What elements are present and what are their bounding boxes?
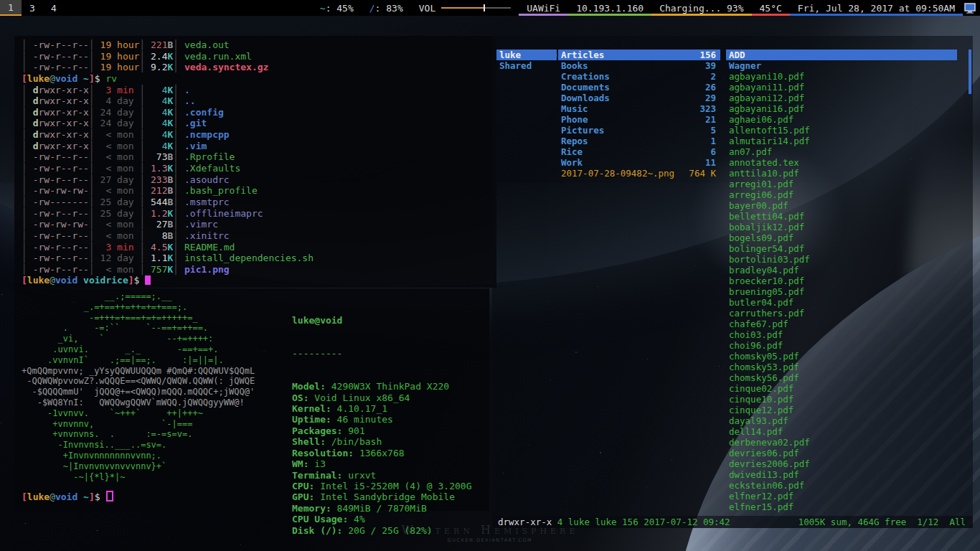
file-size: 4 bbox=[145, 107, 167, 118]
file-entry-chomsky53-pdf[interactable]: chomsky53.pdf bbox=[726, 362, 957, 372]
dir-entry-repos[interactable]: Repos1 bbox=[558, 136, 720, 146]
file-entry-bayer00-pdf[interactable]: bayer00.pdf bbox=[726, 200, 957, 211]
file-entry-agbayani11-pdf[interactable]: agbayani11.pdf bbox=[726, 82, 957, 93]
file-entry-choi96-pdf[interactable]: choi96.pdf bbox=[726, 340, 957, 351]
file-entry-chomsky05-pdf[interactable]: chomsky05.pdf bbox=[726, 351, 957, 362]
file-entry-allentoft15-pdf[interactable]: allentoft15.pdf bbox=[726, 125, 957, 136]
wifi-module[interactable]: UAWiFi bbox=[519, 0, 568, 16]
file-entry-arregi06-pdf[interactable]: arregi06.pdf bbox=[726, 189, 957, 200]
workspace-4[interactable]: 4 bbox=[43, 0, 65, 16]
entry-name: Rice bbox=[561, 146, 583, 157]
file-entry-agbayani10-pdf[interactable]: agbayani10.pdf bbox=[726, 71, 957, 82]
ascii-art-line: _vi, ` --+=++++: bbox=[22, 334, 255, 344]
file-entry-add[interactable]: ADD bbox=[726, 50, 957, 60]
file-entry-almutairi14-pdf[interactable]: almutairi14.pdf bbox=[726, 136, 957, 146]
file-entry-elfner15-pdf[interactable]: elfner15.pdf bbox=[726, 501, 957, 512]
column-separator: │ bbox=[89, 219, 95, 230]
parent-entry-luke[interactable]: luke bbox=[496, 50, 557, 60]
neofetch-value: 849MiB / 7870MiB bbox=[331, 503, 427, 514]
ranger-window[interactable]: luke@void ~/Articles lukeShared Articles… bbox=[492, 36, 973, 528]
file-entry-carruthers-pdf[interactable]: carruthers.pdf bbox=[726, 308, 957, 319]
dir-entry-downloads[interactable]: Downloads29 bbox=[558, 93, 720, 103]
systray[interactable] bbox=[963, 0, 980, 16]
column-separator: │ bbox=[89, 174, 95, 185]
parent-entry-shared[interactable]: Shared bbox=[496, 60, 557, 71]
file-entry-aghaei06-pdf[interactable]: aghaei06.pdf bbox=[726, 114, 957, 125]
entry-name: agbayani16.pdf bbox=[729, 103, 804, 114]
file-entry-annotated-tex[interactable]: annotated.tex bbox=[726, 157, 957, 168]
file-entry-choi03-pdf[interactable]: choi03.pdf bbox=[726, 329, 957, 340]
entry-name: carruthers.pdf bbox=[729, 308, 804, 319]
dir-entry-work[interactable]: Work11 bbox=[558, 157, 720, 168]
dir-entry-books[interactable]: Books39 bbox=[558, 60, 720, 71]
entry-name: choi96.pdf bbox=[729, 340, 783, 351]
file-entry-an07-pdf[interactable]: an07.pdf bbox=[726, 146, 957, 157]
volume-module[interactable]: VOL bbox=[411, 0, 519, 16]
terminal-window-neofetch[interactable]: __.;=====;.__ _.=+==++=++=+=+===;. -=+++… bbox=[14, 288, 489, 511]
file-entry-belletti04-pdf[interactable]: belletti04.pdf bbox=[726, 211, 957, 222]
file-entry-chomsky56-pdf[interactable]: chomsky56.pdf bbox=[726, 372, 957, 383]
entry-name: Articles bbox=[561, 50, 604, 60]
dir-entry-rice[interactable]: Rice6 bbox=[558, 146, 720, 157]
file-entry-bruening05-pdf[interactable]: bruening05.pdf bbox=[726, 286, 957, 297]
file-entry-wagner[interactable]: Wagner bbox=[726, 60, 957, 71]
file-listing-row: │ -rw-r--r--│ 25 day │ 1.2K│ .offlineima… bbox=[22, 208, 496, 220]
column-separator: │ bbox=[173, 62, 179, 72]
temperature-value: 45°C bbox=[760, 3, 782, 14]
file-listing-row: │ -rw-rw-rw-│ < mon │ 27B│ .vimrc bbox=[22, 219, 496, 230]
dir-entry-articles[interactable]: Articles156 bbox=[558, 50, 720, 60]
neofetch-label: OS: bbox=[292, 392, 308, 403]
file-entry-cinque10-pdf[interactable]: cinque10.pdf bbox=[726, 394, 957, 405]
file-entry-bradley04-pdf[interactable]: bradley04.pdf bbox=[726, 265, 957, 276]
volume-slider[interactable] bbox=[441, 0, 511, 16]
datetime-module[interactable]: Fri, Jul 28, 2017 at 09:50AM bbox=[790, 0, 963, 16]
file-entry-agbayani12-pdf[interactable]: agbayani12.pdf bbox=[726, 93, 957, 103]
dir-entry-pictures[interactable]: Pictures5 bbox=[558, 125, 720, 136]
entry-name: choi03.pdf bbox=[729, 329, 783, 340]
file-entry-devries2006-pdf[interactable]: devries2006.pdf bbox=[726, 458, 957, 469]
entry-name: cinque12.pdf bbox=[729, 405, 793, 415]
entry-count: 323 bbox=[699, 103, 716, 114]
file-entry-bobaljik12-pdf[interactable]: bobaljik12.pdf bbox=[726, 222, 957, 232]
file-entry-cinque12-pdf[interactable]: cinque12.pdf bbox=[726, 405, 957, 415]
dir-entry-creations[interactable]: Creations2 bbox=[558, 71, 720, 82]
file-entry-cinque02-pdf[interactable]: cinque02.pdf bbox=[726, 383, 957, 394]
battery-module[interactable]: Charging... 93% bbox=[651, 0, 751, 16]
file-entry-broecker10-pdf[interactable]: broecker10.pdf bbox=[726, 276, 957, 286]
file-entry-arregi01-pdf[interactable]: arregi01.pdf bbox=[726, 179, 957, 189]
file-listing-row: │ -rw-r--r--│ 19 hour│ 221B│ veda.out bbox=[22, 39, 496, 51]
disk-module[interactable]: /: 83% bbox=[362, 0, 411, 16]
dir-entry-phone[interactable]: Phone21 bbox=[558, 114, 720, 125]
neofetch-label: CPU: bbox=[292, 481, 314, 491]
entry-name: devries2006.pdf bbox=[729, 458, 810, 469]
file-entry-dell14-pdf[interactable]: dell14.pdf bbox=[726, 426, 957, 437]
file-entry-anttila10-pdf[interactable]: anttila10.pdf bbox=[726, 168, 957, 179]
file-entry-butler04-pdf[interactable]: butler04.pdf bbox=[726, 297, 957, 308]
file-entry-dayal93-pdf[interactable]: dayal93.pdf bbox=[726, 415, 957, 426]
dir-entry-2017-07-28-09482-png[interactable]: 2017-07-28-09482~.png764 K bbox=[558, 168, 720, 179]
workspace-1[interactable]: 1 bbox=[0, 0, 22, 16]
file-name: veda.run.xml bbox=[179, 51, 252, 62]
file-entry-derbeneva02-pdf[interactable]: derbeneva02.pdf bbox=[726, 437, 957, 448]
ranger-scrollbar[interactable] bbox=[969, 50, 971, 94]
file-entry-bogels09-pdf[interactable]: bogels09.pdf bbox=[726, 232, 957, 243]
ip-module[interactable]: 10.193.1.160 bbox=[568, 0, 651, 16]
file-entry-bortolini03-pdf[interactable]: bortolini03.pdf bbox=[726, 254, 957, 265]
ascii-art-line: +Invnvnnnnnnnvvnn;. bbox=[22, 451, 255, 461]
file-entry-chafe67-pdf[interactable]: chafe67.pdf bbox=[726, 319, 957, 329]
file-entry-devries06-pdf[interactable]: devries06.pdf bbox=[726, 448, 957, 458]
file-entry-bolinger54-pdf[interactable]: bolinger54.pdf bbox=[726, 243, 957, 254]
file-entry-agbayani16-pdf[interactable]: agbayani16.pdf bbox=[726, 103, 957, 114]
monitor-icon[interactable] bbox=[964, 3, 976, 14]
workspace-3[interactable]: 3 bbox=[22, 0, 43, 16]
neofetch-value: 46 minutes bbox=[331, 414, 393, 425]
dir-entry-documents[interactable]: Documents26 bbox=[558, 82, 720, 93]
file-entry-elfner12-pdf[interactable]: elfner12.pdf bbox=[726, 491, 957, 501]
file-entry-dwivedi13-pdf[interactable]: dwivedi13.pdf bbox=[726, 469, 957, 480]
temperature-module[interactable]: 45°C bbox=[752, 0, 790, 16]
memory-module[interactable]: ~: 45% bbox=[312, 0, 362, 16]
dir-entry-music[interactable]: Music323 bbox=[558, 103, 720, 114]
file-entry-eckstein06-pdf[interactable]: eckstein06.pdf bbox=[726, 480, 957, 491]
terminal-window-files[interactable]: │ -rw-r--r--│ 19 hour│ 221B│ veda.out│ -… bbox=[14, 36, 496, 288]
column-separator: │ bbox=[22, 141, 27, 151]
